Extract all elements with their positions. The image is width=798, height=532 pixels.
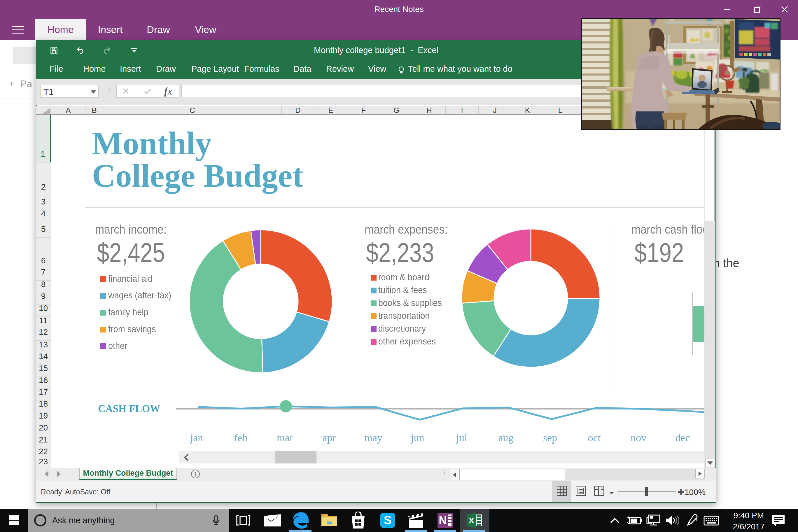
svg-text:X: X bbox=[469, 516, 474, 525]
